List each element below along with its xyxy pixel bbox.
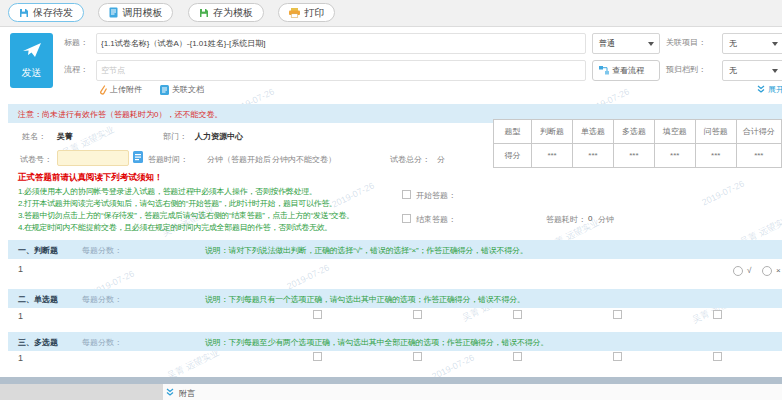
chevron-down-icon: [772, 69, 778, 73]
picker-icon[interactable]: [133, 151, 143, 163]
save-pending-button[interactable]: 保存待发: [8, 3, 84, 22]
priority-select[interactable]: 普通: [592, 33, 660, 54]
print-label: 打印: [304, 6, 324, 20]
score-cell: ***: [573, 144, 614, 168]
judge-true-label: √: [747, 266, 751, 275]
elapsed-value: 0: [588, 214, 592, 223]
score-header-cell: 合计得分: [736, 120, 781, 144]
total-score-label: 试卷总分：: [390, 154, 430, 165]
answer-time-mid: 分钟（答题开始后: [207, 154, 271, 165]
exam-notice-line: 3.答题中切勿点击上方的“保存待发”，答题完成后请勾选右侧的“结束答题”，点击上…: [18, 210, 354, 221]
elapsed-label: 答题耗时：: [546, 214, 586, 225]
score-header-cell: 判断题: [532, 120, 573, 144]
answer-time-tail: 分钟内不能交卷）: [272, 154, 336, 165]
save-pending-label: 保存待发: [33, 6, 73, 20]
multi-choice-checkbox[interactable]: [513, 352, 522, 361]
upload-attachment-label: 上传附件: [110, 84, 142, 95]
title-label: 标题：: [64, 37, 88, 48]
section-single-header: 二、单选题 每题分数： 说明：下列每题只有一个选项正确，请勾选出其中正确的选项；…: [8, 289, 782, 308]
flow-label: 流程：: [64, 64, 88, 75]
upload-attachment-link[interactable]: 上传附件: [98, 84, 142, 95]
paper-no-label: 试卷号：: [20, 154, 52, 165]
related-project-select[interactable]: 无: [722, 33, 782, 54]
score-value-row: 得分 *** *** *** *** *** ***: [494, 144, 782, 168]
flow-input[interactable]: [96, 60, 586, 81]
multi-choice-checkbox[interactable]: [313, 352, 322, 361]
total-score-unit: 分: [437, 154, 445, 165]
prearchive-label: 预归档到：: [666, 64, 706, 75]
judge-false-radio[interactable]: [762, 266, 772, 276]
dept-value: 人力资源中心: [195, 131, 243, 142]
footer-bar: 附言: [0, 384, 782, 400]
dept-label: 部门：: [163, 131, 187, 142]
related-doc-link[interactable]: 关联文档: [160, 84, 204, 95]
title-input[interactable]: [96, 33, 586, 54]
view-flow-button[interactable]: 查看流程: [592, 60, 660, 81]
judge-false-label: ×: [776, 266, 781, 275]
double-chevron-down-icon[interactable]: [166, 388, 174, 397]
paperclip-icon: [98, 84, 107, 95]
double-chevron-down-icon: [757, 85, 765, 94]
save-template-label: 存为模板: [213, 6, 253, 20]
score-header-cell: 多选题: [613, 120, 654, 144]
exam-notice-line: 1.必须使用本人的协同帐号登录进入试题，答题过程中必须本人操作，否则按作弊处理。: [18, 186, 317, 197]
flowchart-icon: [599, 66, 609, 75]
exam-notice-title: 正式答题前请认真阅读下列考试须知！: [18, 172, 163, 184]
start-answer-checkbox[interactable]: [402, 190, 411, 199]
multi-choice-checkbox[interactable]: [613, 352, 622, 361]
end-answer-checkbox[interactable]: [402, 214, 411, 223]
expand-label: 展开: [768, 84, 782, 95]
score-summary-table: 题型 判断题 单选题 多选题 填空题 问答题 合计得分 得分 *** *** *…: [493, 119, 782, 168]
multi-choice-checkbox[interactable]: [413, 352, 422, 361]
section-multi-header: 三、多选题 每题分数： 说明：下列每题至少有两个选项正确，请勾选出其中全部正确的…: [8, 332, 782, 351]
per-question-score-label: 每题分数：: [82, 294, 122, 305]
score-header-cell: 单选题: [573, 120, 614, 144]
paper-no-input[interactable]: [57, 150, 129, 166]
score-cell: ***: [613, 144, 654, 168]
single-choice-checkbox[interactable]: [313, 310, 322, 319]
footer-grey-block: [0, 384, 163, 400]
single-choice-checkbox[interactable]: [413, 310, 422, 319]
score-cell: ***: [736, 144, 781, 168]
print-button[interactable]: 打印: [278, 3, 335, 22]
watermark-text: 2019-07-26: [700, 178, 746, 207]
postscript-label[interactable]: 附言: [179, 388, 195, 399]
score-cell: ***: [695, 144, 736, 168]
start-answer-label: 开始答题：: [416, 190, 456, 201]
section-instruction: 说明：下列每题至少有两个选项正确，请勾选出其中全部正确的选项；作答正确得分，错误…: [205, 337, 548, 348]
watermark-text: 2019-07-26: [285, 262, 331, 291]
judge-true-radio[interactable]: [733, 266, 743, 276]
section-judge-header: 一、判断题 每题分数： 说明：请对下列说法做出判断，正确的选择“√”，错误的选择…: [8, 240, 782, 259]
question-number: 1: [18, 353, 23, 363]
load-template-label: 调用模板: [122, 6, 162, 20]
prearchive-select[interactable]: 无: [722, 60, 782, 81]
name-value: 吴菁: [57, 131, 73, 142]
section-title: 一、判断题: [18, 245, 58, 256]
prearchive-value: 无: [729, 66, 737, 75]
template-save-icon: [199, 8, 209, 18]
section-instruction: 说明：请对下列说法做出判断，正确的选择“√”，错误的选择“×”；作答正确得分，错…: [205, 245, 528, 256]
paper-plane-icon: [22, 42, 42, 58]
name-label: 姓名：: [22, 131, 46, 142]
save-icon: [19, 8, 29, 18]
view-flow-label: 查看流程: [612, 65, 644, 76]
section-instruction: 说明：下列每题只有一个选项正确，请勾选出其中正确的选项；作答正确得分，错误不得分…: [205, 294, 525, 305]
expand-link[interactable]: 展开: [757, 84, 782, 95]
send-label: 发送: [10, 66, 53, 80]
per-question-score-label: 每题分数：: [82, 245, 122, 256]
chevron-down-icon: [648, 42, 654, 46]
end-answer-label: 结束答题：: [416, 214, 456, 225]
related-project-value: 无: [729, 39, 737, 48]
save-template-button[interactable]: 存为模板: [188, 3, 264, 22]
load-template-button[interactable]: 调用模板: [98, 3, 173, 22]
answer-time-label: 答题时间：: [148, 154, 188, 165]
score-header-cell: 题型: [494, 120, 532, 144]
multi-choice-checkbox[interactable]: [713, 352, 722, 361]
watermark-text: 2019-07-26: [330, 180, 376, 209]
single-choice-checkbox[interactable]: [513, 310, 522, 319]
per-question-score-label: 每题分数：: [82, 337, 122, 348]
send-button[interactable]: 发送: [10, 33, 53, 88]
score-cell: ***: [532, 144, 573, 168]
single-choice-checkbox[interactable]: [713, 310, 722, 319]
single-choice-checkbox[interactable]: [613, 310, 622, 319]
